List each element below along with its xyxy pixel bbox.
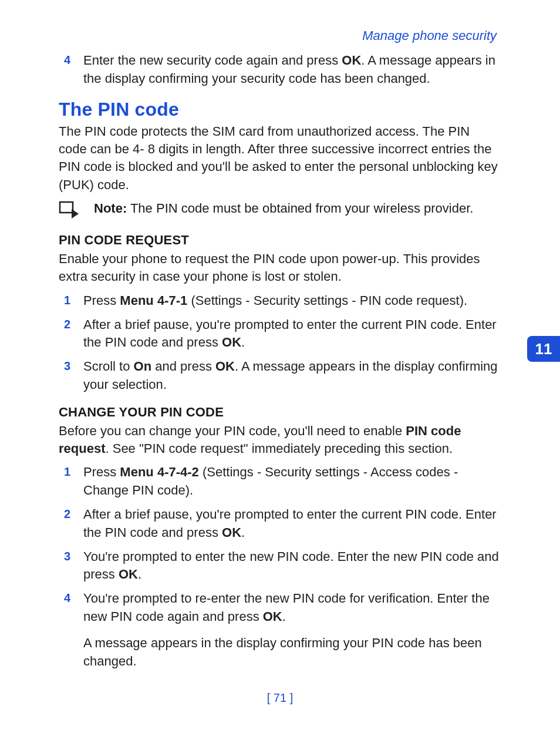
heading-2: CHANGE YOUR PIN CODE [59, 405, 501, 420]
sec1-step-3: 3 Scroll to On and press OK. A message a… [59, 358, 501, 394]
paragraph: Enable your phone to request the PIN cod… [59, 250, 501, 286]
step-text: Press Menu 4-7-1 (Settings - Security se… [83, 292, 501, 310]
svg-rect-2 [72, 211, 75, 216]
paragraph: Before you can change your PIN code, you… [59, 422, 501, 458]
emphasis-menu: Menu 4-7-4-2 [120, 465, 198, 479]
svg-rect-0 [60, 202, 73, 213]
heading-2: PIN CODE REQUEST [59, 233, 501, 248]
emphasis-ok: OK [119, 567, 138, 581]
text: After a brief pause, you're prompted to … [83, 507, 497, 540]
step-number: 4 [59, 52, 70, 88]
note-icon [59, 201, 85, 222]
emphasis-on: On [134, 359, 152, 374]
text: You're prompted to enter the new PIN cod… [83, 549, 499, 582]
note: Note: The PIN code must be obtained from… [59, 200, 501, 222]
step-number: 3 [59, 548, 70, 584]
text: . See "PIN code request" immediately pre… [105, 441, 453, 456]
step-text: Enter the new security code again and pr… [83, 52, 501, 88]
emphasis-ok: OK [222, 525, 241, 540]
text: and press [151, 359, 215, 374]
step-text: You're prompted to enter the new PIN cod… [83, 548, 501, 584]
sec2-step-4: 4 You're prompted to re-enter the new PI… [59, 590, 501, 670]
text: Press [83, 465, 120, 479]
page: Manage phone security 4 Enter the new se… [0, 0, 560, 733]
sec2-step-3: 3 You're prompted to enter the new PIN c… [59, 548, 501, 584]
step-number: 2 [59, 316, 70, 352]
breadcrumb: Manage phone security [59, 28, 501, 43]
heading-1: The PIN code [59, 99, 501, 120]
text: . [282, 609, 286, 624]
paragraph: The PIN code protects the SIM card from … [59, 123, 501, 194]
text: A message appears in the display confirm… [83, 636, 482, 668]
text: You're prompted to re-enter the new PIN … [83, 591, 490, 624]
text: Press [83, 293, 120, 308]
text: Scroll to [83, 359, 134, 374]
emphasis-ok: OK [263, 609, 282, 624]
sec2-step-2: 2 After a brief pause, you're prompted t… [59, 506, 501, 542]
text: After a brief pause, you're prompted to … [83, 317, 497, 350]
step-text: After a brief pause, you're prompted to … [83, 506, 501, 542]
chapter-tab: 11 [527, 336, 560, 362]
text: The PIN code must be obtained from your … [127, 201, 473, 216]
page-number: [ 71 ] [0, 691, 560, 705]
step-number: 4 [59, 590, 70, 670]
emphasis-menu: Menu 4-7-1 [120, 293, 187, 308]
sec2-step-1: 1 Press Menu 4-7-4-2 (Settings - Securit… [59, 463, 501, 500]
step-text: Scroll to On and press OK. A message app… [83, 358, 501, 394]
sec1-step-2: 2 After a brief pause, you're prompted t… [59, 316, 501, 352]
text: (Settings - Security settings - PIN code… [187, 293, 467, 308]
emphasis-ok: OK [342, 53, 361, 68]
note-text: Note: The PIN code must be obtained from… [94, 200, 501, 217]
note-label: Note: [94, 201, 127, 216]
emphasis-ok: OK [215, 359, 235, 374]
text: . [241, 335, 245, 349]
sec1-step-1: 1 Press Menu 4-7-1 (Settings - Security … [59, 292, 501, 310]
text: . [241, 525, 245, 540]
step-text: After a brief pause, you're prompted to … [83, 316, 501, 352]
step-text: You're prompted to re-enter the new PIN … [83, 590, 501, 670]
step-number: 1 [59, 463, 70, 500]
text: Before you can change your PIN code, you… [59, 423, 406, 438]
text: Enter the new security code again and pr… [83, 53, 342, 68]
step-number: 1 [59, 292, 70, 310]
text: . [138, 567, 141, 581]
step-opening: 4 Enter the new security code again and … [59, 52, 501, 88]
step-text: Press Menu 4-7-4-2 (Settings - Security … [83, 463, 501, 500]
emphasis-ok: OK [222, 335, 241, 349]
step-number: 3 [59, 358, 70, 394]
step-number: 2 [59, 506, 70, 542]
